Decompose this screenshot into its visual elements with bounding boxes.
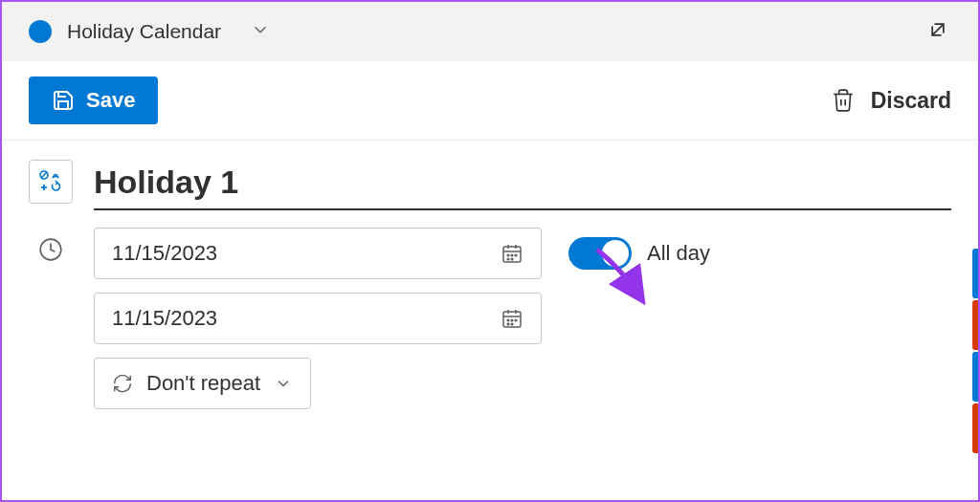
calendar-name-label: Holiday Calendar [67,20,221,43]
svg-point-19 [507,319,509,321]
svg-point-14 [511,258,513,260]
svg-line-2 [41,172,47,178]
start-date-input[interactable]: 11/15/2023 [94,228,542,279]
side-color-tabs [972,249,978,453]
emoji-picker-button[interactable] [29,160,73,204]
all-day-toggle[interactable] [568,237,632,270]
start-date-value: 11/15/2023 [112,241,217,266]
end-date-value: 11/15/2023 [112,306,217,331]
repeat-dropdown[interactable]: Don't repeat [94,358,311,409]
svg-point-23 [511,323,513,325]
discard-button-label: Discard [871,88,951,114]
svg-point-13 [507,258,509,260]
chevron-down-icon [274,374,293,393]
expand-button[interactable] [924,16,951,47]
svg-point-21 [515,319,517,321]
discard-button[interactable]: Discard [831,88,951,114]
svg-point-12 [515,254,517,256]
repeat-icon [112,373,133,394]
calendar-icon [501,307,523,330]
svg-point-10 [507,254,509,256]
calendar-color-dot [29,20,52,43]
svg-line-0 [932,24,944,35]
save-icon [52,89,75,112]
repeat-label: Don't repeat [146,371,260,396]
chevron-down-icon [250,19,271,44]
svg-point-22 [507,323,509,325]
clock-icon [29,228,73,272]
event-title-input[interactable] [94,160,951,210]
calendar-icon [501,242,523,265]
save-button[interactable]: Save [29,76,158,124]
end-date-input[interactable]: 11/15/2023 [94,293,542,344]
emoji-icon [37,168,64,195]
svg-point-20 [511,319,513,321]
expand-icon [924,16,951,43]
all-day-label: All day [647,241,710,266]
save-button-label: Save [86,88,135,113]
svg-point-11 [511,254,513,256]
toggle-knob [602,240,629,267]
calendar-selector[interactable]: Holiday Calendar [29,19,271,44]
trash-icon [831,88,856,113]
